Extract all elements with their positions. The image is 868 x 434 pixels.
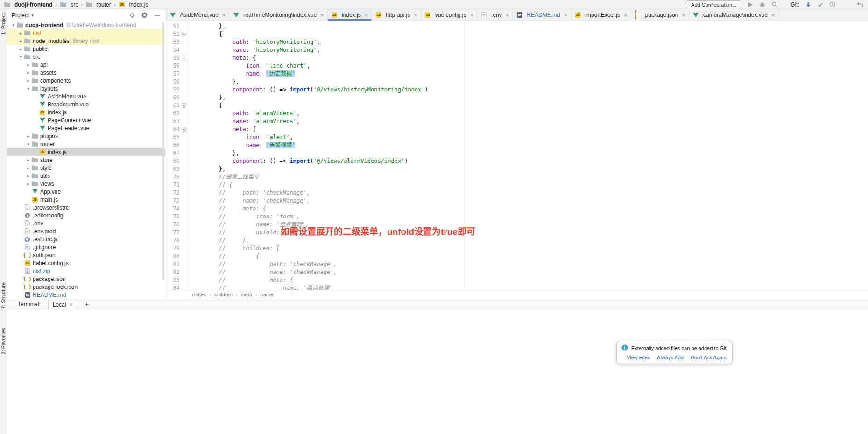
tool-button-favorites[interactable]: 2: Favorites [0,328,7,354]
close-icon[interactable]: × [222,12,226,18]
chevron-down-icon[interactable]: ▾ [18,55,24,59]
tree-row[interactable]: ▸plugins [7,132,165,140]
tree-row[interactable]: ▸dist [7,29,165,37]
tree-row[interactable]: PageHeader.vue [7,124,165,132]
chevron-right-icon[interactable]: ▸ [25,158,31,162]
tree-row[interactable]: dist.zip [7,267,165,275]
tree-row[interactable]: JSmain.js [7,196,165,203]
chevron-down-icon[interactable]: ▾ [25,142,31,147]
chevron-right-icon[interactable]: ▸ [25,78,31,83]
tree-row[interactable]: ▸assets [7,69,165,77]
tool-button-project[interactable]: 1: Project [0,13,7,35]
breadcrumb-item[interactable]: router [85,1,112,8]
close-icon[interactable]: × [414,12,417,18]
chevron-right-icon[interactable]: ▸ [25,63,31,67]
tree-row[interactable]: ▸components [7,77,165,84]
search-icon[interactable] [771,1,778,8]
editor-tab[interactable]: JSindex.js× [328,9,372,21]
git-update-icon[interactable] [804,1,812,8]
editor-breadcrumb-item[interactable]: meta [240,292,252,297]
tree-row[interactable]: JSindex.js [7,148,165,156]
tree-row[interactable]: ▸utils [7,172,165,180]
terminal-tab-local[interactable]: Local × [48,300,78,309]
tree-row[interactable]: ▾layouts [7,84,165,92]
code-editor[interactable]: 5152−535455−565758596061−626364−65666768… [166,21,868,290]
new-terminal-icon[interactable]: + [85,301,88,308]
tree-row[interactable]: ▾duoji-frontendD:\zheheWeb\duoji-fronten… [7,21,165,29]
tree-row[interactable]: .env.prod [7,227,165,235]
close-icon[interactable]: × [365,12,368,18]
dont-ask-again-link[interactable]: Don't Ask Again [691,355,727,360]
debug-icon[interactable] [759,1,766,8]
close-icon[interactable]: × [624,12,628,18]
chevron-right-icon[interactable]: ▸ [25,174,31,178]
chevron-right-icon[interactable]: ▸ [25,166,31,170]
always-add-link[interactable]: Always Add [657,355,684,360]
chevron-down-icon[interactable]: ▾ [10,23,16,28]
editor-breadcrumb-item[interactable]: children [214,292,233,297]
tree-row[interactable]: PageContent.vue [7,116,165,124]
editor-tab[interactable]: realTimeMonitoring\index.vue× [229,9,328,21]
tree-row[interactable]: .eslintrc.js [7,235,165,243]
tree-row[interactable]: ▸api [7,61,165,69]
tree-row[interactable]: { }auth.json [7,251,165,259]
tree-row[interactable]: .editorconfig [7,211,165,219]
fold-icon[interactable]: − [182,127,186,132]
breadcrumb-item[interactable]: JSindex.js [118,1,149,8]
close-icon[interactable]: × [771,12,775,18]
editor-breadcrumb-item[interactable]: name [261,292,274,297]
editor-tab[interactable]: AsideMenu.vue× [166,9,229,21]
tree-row[interactable]: ▸style [7,164,165,172]
terminal-output[interactable] [7,309,868,316]
add-configuration-button[interactable]: Add Configuration... [686,0,741,8]
close-icon[interactable]: × [564,12,568,18]
tool-button-structure[interactable]: 7: Structure [0,282,7,309]
tree-row[interactable]: JSindex.js [7,108,165,116]
chevron-right-icon[interactable]: ▸ [18,47,24,51]
tree-row[interactable]: JSbabel.config.js [7,259,165,267]
editor-tab[interactable]: JShttp-api.js× [372,9,421,21]
tree-row[interactable]: ▾router [7,140,165,148]
close-icon[interactable]: × [320,12,324,18]
gear-icon[interactable] [141,12,148,19]
project-panel-title[interactable]: Project [12,12,29,19]
git-commit-icon[interactable] [817,1,824,8]
chevron-right-icon[interactable]: ▸ [18,31,24,35]
tree-row[interactable]: ▸store [7,156,165,164]
tree-row[interactable]: ▸public [7,45,165,53]
breadcrumb-item[interactable]: src [59,1,79,8]
tree-row[interactable]: { }package.json [7,275,165,283]
tree-row[interactable]: .browserslistrc [7,203,165,211]
chevron-right-icon[interactable]: ▸ [25,70,31,75]
chevron-down-icon[interactable]: ▾ [31,13,34,18]
chevron-down-icon[interactable]: ▾ [25,86,31,91]
tree-row[interactable]: Breadcrumb.vue [7,100,165,108]
project-tree-scrollbar[interactable] [162,22,164,280]
fold-icon[interactable]: − [182,103,186,108]
close-icon[interactable]: × [69,301,72,308]
chevron-right-icon[interactable]: ▸ [25,182,31,186]
tree-row[interactable]: ▸node_moduleslibrary root [7,37,165,45]
tree-row[interactable]: { }package-lock.json [7,283,165,291]
editor-tab[interactable]: cameraManage\index.vue× [689,9,779,21]
tree-row[interactable]: ▸views [7,180,165,188]
fold-icon[interactable]: − [182,56,186,60]
tree-row[interactable]: ▾src [7,53,165,61]
tree-row[interactable]: .env [7,219,165,227]
close-icon[interactable]: × [470,12,473,18]
close-icon[interactable]: × [506,12,509,18]
editor-tab[interactable]: JSvue.config.js× [421,9,477,21]
breadcrumb-item[interactable]: duoji-frontend [3,1,53,8]
editor-code-area[interactable]: }, { path: 'historyMonitoring', name: 'h… [188,21,868,290]
chevron-right-icon[interactable]: ▸ [18,39,24,43]
editor-breadcrumb-item[interactable]: routes [192,292,206,297]
tree-row[interactable]: .gitignore [7,243,165,251]
editor-tab[interactable]: JSimportExcel.js× [571,9,631,21]
fold-icon[interactable]: − [182,32,186,36]
editor-tab[interactable]: .env× [477,9,513,21]
tree-row[interactable]: AsideMenu.vue [7,92,165,100]
view-files-link[interactable]: View Files [627,355,650,360]
run-icon[interactable] [747,1,754,8]
editor-tab[interactable]: { }package.json× [631,9,689,21]
close-icon[interactable]: × [682,12,685,18]
